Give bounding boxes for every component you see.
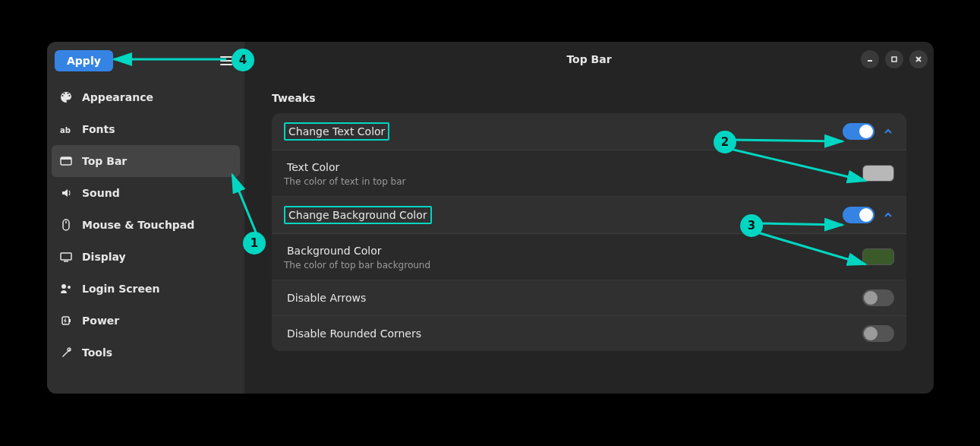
appearance-icon bbox=[59, 90, 73, 104]
maximize-icon bbox=[890, 55, 898, 63]
sidebar-item-tools[interactable]: Tools bbox=[52, 337, 240, 369]
sidebar-item-label: Top Bar bbox=[82, 155, 127, 167]
close-button[interactable] bbox=[909, 50, 928, 68]
row-subtitle: The color of top bar background bbox=[284, 260, 430, 270]
expand-chevron[interactable] bbox=[882, 209, 894, 221]
background-color-swatch[interactable] bbox=[862, 248, 894, 265]
toggle-change-background-color[interactable] bbox=[843, 207, 874, 223]
row-title: Disable Rounded Corners bbox=[284, 326, 424, 341]
sidebar-item-label: Tools bbox=[82, 346, 112, 359]
svg-rect-5 bbox=[61, 253, 71, 260]
row-disable-rounded-corners[interactable]: Disable Rounded Corners bbox=[272, 316, 906, 351]
window-controls bbox=[861, 50, 928, 68]
row-title: Background Color bbox=[284, 243, 430, 258]
tweaks-list: Change Text Color Text Color The color o… bbox=[272, 113, 906, 351]
svg-rect-13 bbox=[892, 57, 896, 62]
toggle-knob bbox=[859, 208, 873, 222]
minimize-button[interactable] bbox=[861, 50, 879, 68]
content-area: Tweaks Change Text Color Text Color The … bbox=[244, 77, 934, 366]
row-title: Change Text Color bbox=[284, 122, 389, 141]
sidebar-item-label: Power bbox=[82, 315, 119, 327]
annotation-badge-4: 4 bbox=[232, 49, 254, 71]
chevron-up-icon bbox=[884, 127, 893, 136]
sidebar-item-display[interactable]: Display bbox=[52, 241, 240, 273]
svg-point-7 bbox=[61, 284, 66, 289]
sidebar-item-mouse-touchpad[interactable]: Mouse & Touchpad bbox=[52, 209, 240, 241]
power-icon bbox=[59, 314, 73, 327]
sidebar-item-label: Mouse & Touchpad bbox=[82, 219, 194, 231]
toggle-disable-arrows[interactable] bbox=[862, 289, 894, 306]
sidebar-nav: Appearance ab Fonts Top Bar Sound Mouse … bbox=[52, 81, 240, 369]
sidebar-item-label: Display bbox=[82, 251, 126, 263]
expand-chevron[interactable] bbox=[882, 125, 894, 138]
sidebar-header: Apply bbox=[52, 46, 240, 75]
row-title: Disable Arrows bbox=[284, 290, 369, 305]
svg-rect-10 bbox=[69, 319, 71, 322]
top-bar-icon bbox=[59, 154, 73, 168]
row-background-color: Background Color The color of top bar ba… bbox=[272, 234, 906, 280]
sidebar-item-fonts[interactable]: ab Fonts bbox=[52, 113, 240, 145]
mouse-icon bbox=[59, 218, 73, 232]
chevron-up-icon bbox=[884, 210, 893, 220]
annotation-badge-3: 3 bbox=[740, 214, 763, 237]
svg-point-8 bbox=[68, 286, 71, 289]
toggle-disable-rounded-corners[interactable] bbox=[862, 325, 894, 342]
sidebar-item-login-screen[interactable]: Login Screen bbox=[52, 273, 240, 305]
close-icon bbox=[915, 55, 922, 63]
login-icon bbox=[59, 282, 73, 296]
apply-button[interactable]: Apply bbox=[55, 50, 113, 71]
sidebar-item-power[interactable]: Power bbox=[52, 305, 240, 337]
tools-icon bbox=[59, 346, 73, 359]
sidebar-item-label: Appearance bbox=[82, 91, 153, 103]
sound-icon bbox=[59, 186, 73, 200]
main-area: Top Bar Tweaks Change Text Color bbox=[244, 42, 934, 394]
sidebar: Apply Appearance ab Fonts Top Bar bbox=[47, 42, 244, 394]
row-title: Text Color bbox=[284, 160, 406, 175]
toggle-knob bbox=[859, 125, 873, 138]
annotation-badge-1: 1 bbox=[243, 232, 266, 255]
display-icon bbox=[59, 250, 73, 264]
maximize-button[interactable] bbox=[885, 50, 903, 68]
text-color-swatch[interactable] bbox=[862, 165, 894, 182]
hamburger-icon bbox=[220, 56, 232, 58]
sidebar-item-label: Fonts bbox=[82, 123, 115, 135]
sidebar-item-top-bar[interactable]: Top Bar bbox=[52, 145, 240, 177]
sidebar-item-label: Login Screen bbox=[82, 283, 159, 295]
sidebar-item-label: Sound bbox=[82, 187, 120, 199]
toggle-change-text-color[interactable] bbox=[843, 123, 874, 140]
svg-text:ab: ab bbox=[60, 126, 71, 134]
row-change-background-color[interactable]: Change Background Color bbox=[272, 197, 906, 234]
sidebar-item-sound[interactable]: Sound bbox=[52, 177, 240, 209]
toggle-knob bbox=[864, 327, 878, 340]
row-title: Change Background Color bbox=[284, 206, 432, 224]
page-title: Top Bar bbox=[566, 53, 611, 65]
row-change-text-color[interactable]: Change Text Color bbox=[272, 113, 906, 150]
row-disable-arrows[interactable]: Disable Arrows bbox=[272, 280, 906, 316]
titlebar: Top Bar bbox=[244, 42, 934, 77]
annotation-badge-2: 2 bbox=[714, 131, 736, 153]
section-title: Tweaks bbox=[272, 92, 906, 104]
toggle-knob bbox=[864, 291, 878, 305]
row-subtitle: The color of text in top bar bbox=[284, 176, 406, 187]
preferences-window: Apply Appearance ab Fonts Top Bar bbox=[47, 42, 934, 394]
minimize-icon bbox=[866, 55, 874, 63]
fonts-icon: ab bbox=[59, 122, 73, 136]
svg-rect-2 bbox=[61, 157, 71, 160]
row-text-color: Text Color The color of text in top bar bbox=[272, 150, 906, 197]
sidebar-item-appearance[interactable]: Appearance bbox=[52, 81, 240, 113]
